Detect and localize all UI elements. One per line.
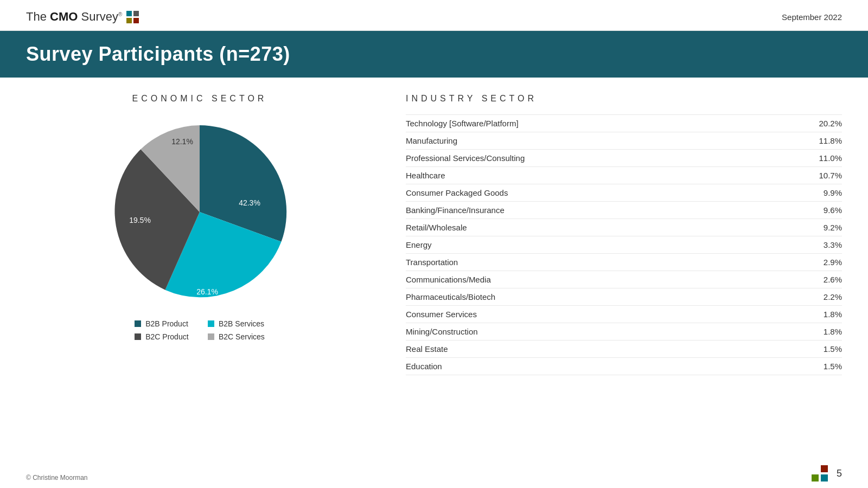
pie-svg: 42.3% 26.1% 19.5% 12.1% xyxy=(102,114,297,310)
industry-pct-7: 3.3% xyxy=(809,240,842,249)
legend-sq-b2b-services xyxy=(208,320,214,327)
logo-sq-red xyxy=(133,18,139,23)
logo-sq-teal xyxy=(126,11,132,16)
industry-row: Consumer Packaged Goods 9.9% xyxy=(406,184,842,202)
industry-name-11: Consumer Services xyxy=(406,310,477,319)
legend-label-b2c-product: B2C Product xyxy=(145,332,188,341)
industry-row: Energy 3.3% xyxy=(406,236,842,254)
industry-pct-14: 1.5% xyxy=(809,362,842,371)
industry-row: Professional Services/Consulting 11.0% xyxy=(406,150,842,167)
industry-table: Technology [Software/Platform] 20.2% Man… xyxy=(406,114,842,375)
industry-row: Consumer Services 1.8% xyxy=(406,306,842,323)
industry-name-14: Education xyxy=(406,362,442,371)
date-label: September 2022 xyxy=(782,12,842,22)
logo-sq-olive xyxy=(126,18,132,23)
industry-name-4: Consumer Packaged Goods xyxy=(406,188,508,197)
pie-legend: B2B Product B2B Services B2C Product B2C… xyxy=(135,319,265,341)
industry-name-10: Pharmaceuticals/Biotech xyxy=(406,292,495,301)
label-b2b-product: 42.3% xyxy=(239,198,260,207)
industry-row: Manufacturing 11.8% xyxy=(406,132,842,150)
industry-name-8: Transportation xyxy=(406,258,458,267)
industry-pct-10: 2.2% xyxy=(809,292,842,301)
title-banner: Survey Participants (n=273) xyxy=(0,31,868,78)
legend-b2c-product: B2C Product xyxy=(135,332,192,341)
top-bar: The CMO Survey® September 2022 xyxy=(0,0,868,31)
industry-name-7: Energy xyxy=(406,240,432,249)
label-b2c-product: 19.5% xyxy=(129,216,151,224)
industry-row: Communications/Media 2.6% xyxy=(406,271,842,288)
industry-pct-9: 2.6% xyxy=(809,275,842,284)
economic-sector-panel: ECONOMIC SECTOR 42.3% 26.1% 19.5% xyxy=(26,88,373,479)
industry-name-13: Real Estate xyxy=(406,344,448,354)
logo-text: The CMO Survey® xyxy=(26,10,122,24)
economic-sector-heading: ECONOMIC SECTOR xyxy=(132,94,267,104)
fsq-red-1 xyxy=(821,465,828,472)
industry-name-12: Mining/Construction xyxy=(406,327,478,336)
industry-pct-1: 11.8% xyxy=(809,136,842,145)
legend-b2b-product: B2B Product xyxy=(135,319,192,328)
legend-sq-b2c-product xyxy=(135,333,141,340)
industry-row: Education 1.5% xyxy=(406,358,842,375)
legend-label-b2b-services: B2B Services xyxy=(219,319,264,328)
page-title: Survey Participants (n=273) xyxy=(26,43,842,66)
industry-sector-heading: INDUSTRY SECTOR xyxy=(406,94,842,104)
industry-row: Retail/Wholesale 9.2% xyxy=(406,219,842,236)
industry-pct-8: 2.9% xyxy=(809,258,842,267)
industry-row: Real Estate 1.5% xyxy=(406,341,842,358)
legend-b2b-services: B2B Services xyxy=(208,319,265,328)
industry-row: Banking/Finance/Insurance 9.6% xyxy=(406,202,842,219)
industry-row: Healthcare 10.7% xyxy=(406,167,842,184)
footer: © Christine Moorman 5 xyxy=(0,461,868,488)
industry-name-1: Manufacturing xyxy=(406,136,457,145)
pie-chart: 42.3% 26.1% 19.5% 12.1% xyxy=(102,114,297,310)
footer-credit: © Christine Moorman xyxy=(26,474,88,481)
fsq-blue-1 xyxy=(821,474,828,481)
industry-sector-panel: INDUSTRY SECTOR Technology [Software/Pla… xyxy=(373,88,842,479)
industry-pct-2: 11.0% xyxy=(809,153,842,163)
logo: The CMO Survey® xyxy=(26,10,139,24)
label-b2c-services: 12.1% xyxy=(171,137,193,146)
legend-sq-b2b-product xyxy=(135,320,141,327)
industry-row: Pharmaceuticals/Biotech 2.2% xyxy=(406,288,842,306)
industry-row: Technology [Software/Platform] 20.2% xyxy=(406,114,842,132)
legend-b2c-services: B2C Services xyxy=(208,332,265,341)
footer-right: 5 xyxy=(812,465,842,481)
footer-squares xyxy=(812,465,828,481)
main-content: ECONOMIC SECTOR 42.3% 26.1% 19.5% xyxy=(0,78,868,479)
legend-label-b2c-services: B2C Services xyxy=(219,332,265,341)
industry-pct-12: 1.8% xyxy=(809,327,842,336)
industry-name-0: Technology [Software/Platform] xyxy=(406,119,519,128)
legend-sq-b2c-services xyxy=(208,333,214,340)
label-b2b-services: 26.1% xyxy=(196,287,218,296)
industry-pct-0: 20.2% xyxy=(809,119,842,128)
page-number: 5 xyxy=(837,468,842,479)
industry-name-5: Banking/Finance/Insurance xyxy=(406,206,505,215)
industry-row: Transportation 2.9% xyxy=(406,254,842,271)
fsq-green-1 xyxy=(812,474,819,481)
industry-pct-13: 1.5% xyxy=(809,344,842,354)
legend-label-b2b-product: B2B Product xyxy=(145,319,188,328)
industry-pct-11: 1.8% xyxy=(809,310,842,319)
industry-pct-4: 9.9% xyxy=(809,188,842,197)
industry-name-9: Communications/Media xyxy=(406,275,491,284)
industry-pct-6: 9.2% xyxy=(809,223,842,232)
industry-pct-3: 10.7% xyxy=(809,171,842,180)
industry-name-6: Retail/Wholesale xyxy=(406,223,467,232)
industry-pct-5: 9.6% xyxy=(809,206,842,215)
logo-squares xyxy=(126,11,139,23)
fsq-empty-1 xyxy=(812,465,819,472)
logo-sq-darkgray xyxy=(133,11,139,16)
industry-name-2: Professional Services/Consulting xyxy=(406,153,525,163)
industry-name-3: Healthcare xyxy=(406,171,445,180)
industry-row: Mining/Construction 1.8% xyxy=(406,323,842,341)
